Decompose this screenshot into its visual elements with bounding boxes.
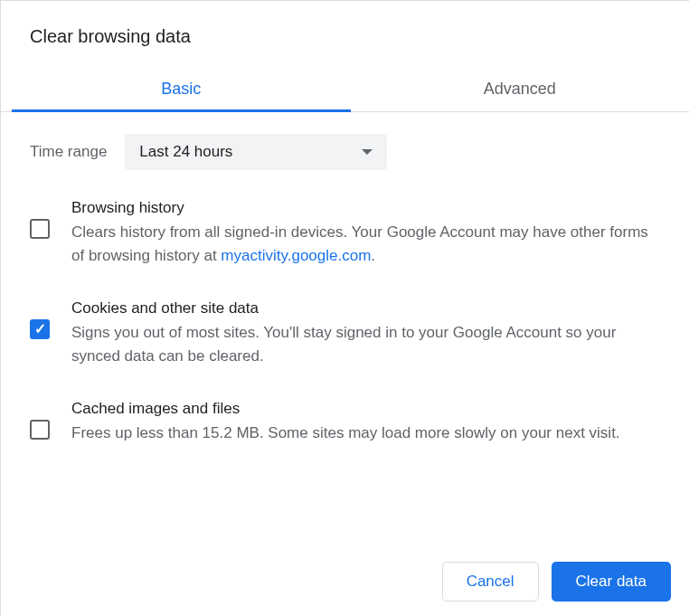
option-desc: Frees up less than 15.2 MB. Some sites m… <box>71 422 660 445</box>
dialog-footer: Cancel Clear data <box>442 547 671 616</box>
option-desc: Signs you out of most sites. You'll stay… <box>71 321 660 367</box>
option-text: Browsing history Clears history from all… <box>71 199 660 267</box>
options-list: Browsing history Clears history from all… <box>1 177 689 445</box>
option-text: Cookies and other site data Signs you ou… <box>71 299 660 367</box>
option-cache: Cached images and files Frees up less th… <box>30 400 660 445</box>
time-range-dropdown[interactable]: Last 24 hours <box>125 134 387 170</box>
clear-data-button[interactable]: Clear data <box>552 562 671 602</box>
tab-advanced[interactable]: Advanced <box>351 67 690 111</box>
time-range-row: Time range Last 24 hours <box>1 112 689 177</box>
option-title: Cookies and other site data <box>71 299 660 317</box>
checkbox-browsing-history[interactable] <box>30 219 50 239</box>
option-desc: Clears history from all signed-in device… <box>71 221 660 267</box>
tabs-container: Basic Advanced <box>1 67 689 112</box>
caret-down-icon <box>362 149 373 155</box>
myactivity-link[interactable]: myactivity.google.com <box>221 247 371 264</box>
option-title: Cached images and files <box>71 400 660 418</box>
option-browsing-history: Browsing history Clears history from all… <box>30 199 660 267</box>
option-cookies: ✓ Cookies and other site data Signs you … <box>30 299 660 367</box>
time-range-label: Time range <box>30 143 107 161</box>
option-title: Browsing history <box>71 199 660 217</box>
checkbox-cookies[interactable]: ✓ <box>30 319 50 339</box>
desc-text: . <box>371 247 375 264</box>
tab-basic[interactable]: Basic <box>12 67 351 111</box>
checkbox-cache[interactable] <box>30 420 50 440</box>
option-text: Cached images and files Frees up less th… <box>71 400 660 445</box>
dialog-title: Clear browsing data <box>1 1 689 67</box>
time-range-selected: Last 24 hours <box>139 143 232 161</box>
check-icon: ✓ <box>34 322 46 336</box>
cancel-button[interactable]: Cancel <box>442 562 539 602</box>
